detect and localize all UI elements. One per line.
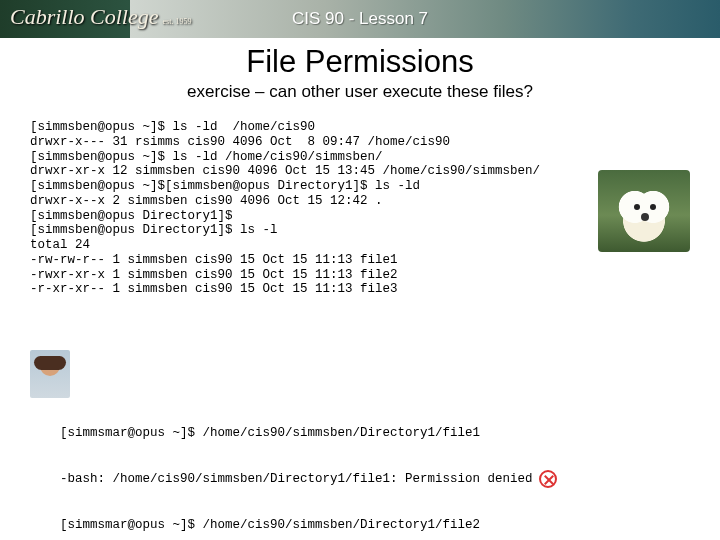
user-avatar [30, 350, 70, 398]
logo-est: est. 1959 [163, 17, 192, 26]
term-line: -bash: /home/cis90/simmsben/Directory1/f… [60, 472, 533, 487]
header-banner: Cabrillo College est. 1959 CIS 90 - Less… [0, 0, 720, 38]
term-line: [simmsmar@opus ~]$ /home/cis90/simmsben/… [60, 426, 480, 441]
slide-subhead: exercise – can other user execute these … [0, 82, 720, 102]
denied-icon [539, 470, 557, 488]
logo-text: Cabrillo College [10, 4, 159, 30]
dog-photo [598, 170, 690, 252]
term-line: [simmsmar@opus ~]$ /home/cis90/simmsben/… [60, 518, 480, 533]
college-logo: Cabrillo College est. 1959 [10, 4, 210, 34]
terminal-output-other: [simmsmar@opus ~]$ /home/cis90/simmsben/… [30, 367, 720, 540]
slide-headline: File Permissions [0, 44, 720, 80]
